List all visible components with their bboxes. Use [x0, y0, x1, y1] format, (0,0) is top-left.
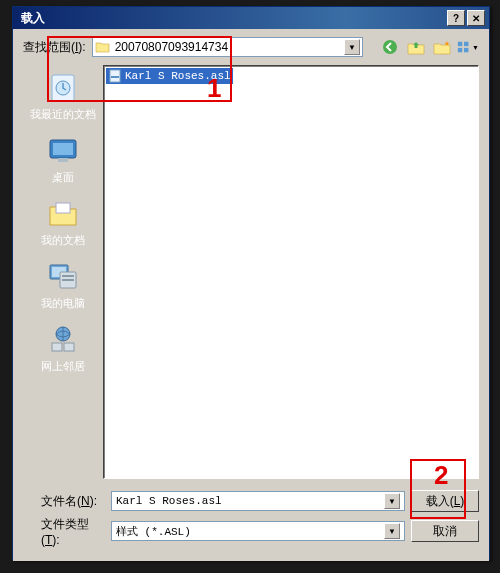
filename-value: Karl S Roses.asl — [116, 495, 384, 507]
computer-icon — [46, 260, 80, 294]
up-button[interactable] — [405, 37, 427, 57]
svg-rect-4 — [464, 48, 468, 52]
desktop-icon — [46, 134, 80, 168]
svg-rect-14 — [62, 275, 74, 277]
filetype-field[interactable]: 样式 (*.ASL) ▼ — [111, 521, 405, 541]
close-button[interactable]: ✕ — [467, 10, 485, 26]
file-item-name: Karl S Roses.asl — [125, 70, 231, 82]
file-list[interactable]: Karl S Roses.asl — [103, 65, 479, 479]
svg-rect-2 — [464, 42, 468, 46]
recent-icon — [46, 71, 80, 105]
place-desktop[interactable]: 桌面 — [46, 134, 80, 185]
place-network[interactable]: 网上邻居 — [41, 323, 85, 374]
place-mydocs[interactable]: 我的文档 — [41, 197, 85, 248]
bottom-panel: 文件名(N): Karl S Roses.asl ▼ 载入(L) 文件类型(T)… — [23, 479, 479, 543]
folder-icon — [95, 40, 111, 54]
svg-rect-17 — [52, 343, 62, 351]
filetype-row: 文件类型(T): 样式 (*.ASL) ▼ 取消 — [23, 519, 479, 543]
lookin-value: 20070807093914734 — [111, 40, 344, 54]
help-button[interactable]: ? — [447, 10, 465, 26]
filetype-label: 文件类型(T): — [23, 516, 105, 547]
middle-area: 我最近的文档 桌面 我的文档 — [23, 65, 479, 479]
chevron-down-icon[interactable]: ▼ — [384, 493, 400, 509]
titlebar-buttons: ? ✕ — [447, 10, 485, 26]
svg-rect-3 — [458, 48, 462, 52]
file-item[interactable]: Karl S Roses.asl — [106, 68, 233, 84]
svg-rect-9 — [58, 158, 68, 162]
place-recent[interactable]: 我最近的文档 — [30, 71, 96, 122]
view-menu-button[interactable]: ▼ — [457, 37, 479, 57]
filename-row: 文件名(N): Karl S Roses.asl ▼ 载入(L) — [23, 489, 479, 513]
svg-rect-20 — [111, 76, 119, 78]
svg-rect-15 — [62, 279, 74, 281]
svg-point-0 — [383, 40, 397, 54]
new-folder-button[interactable] — [431, 37, 453, 57]
load-button[interactable]: 载入(L) — [411, 490, 479, 512]
filename-label: 文件名(N): — [23, 493, 105, 510]
svg-rect-8 — [53, 143, 73, 155]
filetype-value: 样式 (*.ASL) — [116, 524, 384, 539]
nav-buttons: ▼ — [379, 37, 479, 57]
svg-rect-18 — [64, 343, 74, 351]
cancel-button[interactable]: 取消 — [411, 520, 479, 542]
lookin-dropdown[interactable]: 20070807093914734 ▼ — [92, 37, 363, 57]
dialog-title: 载入 — [17, 10, 447, 27]
dialog-body: 查找范围(I): 20070807093914734 ▼ — [13, 29, 489, 561]
titlebar: 载入 ? ✕ — [13, 7, 489, 29]
chevron-down-icon[interactable]: ▼ — [344, 39, 360, 55]
chevron-down-icon[interactable]: ▼ — [384, 523, 400, 539]
svg-rect-10 — [56, 203, 70, 213]
places-bar: 我最近的文档 桌面 我的文档 — [23, 65, 103, 479]
place-computer[interactable]: 我的电脑 — [41, 260, 85, 311]
network-icon — [46, 323, 80, 357]
mydocs-icon — [46, 197, 80, 231]
file-open-dialog: 载入 ? ✕ 查找范围(I): 20070807093914734 ▼ — [12, 6, 490, 560]
lookin-row: 查找范围(I): 20070807093914734 ▼ — [23, 35, 479, 59]
back-button[interactable] — [379, 37, 401, 57]
asl-file-icon — [108, 69, 122, 83]
svg-rect-1 — [458, 42, 462, 46]
lookin-label: 查找范围(I): — [23, 39, 86, 56]
filename-field[interactable]: Karl S Roses.asl ▼ — [111, 491, 405, 511]
